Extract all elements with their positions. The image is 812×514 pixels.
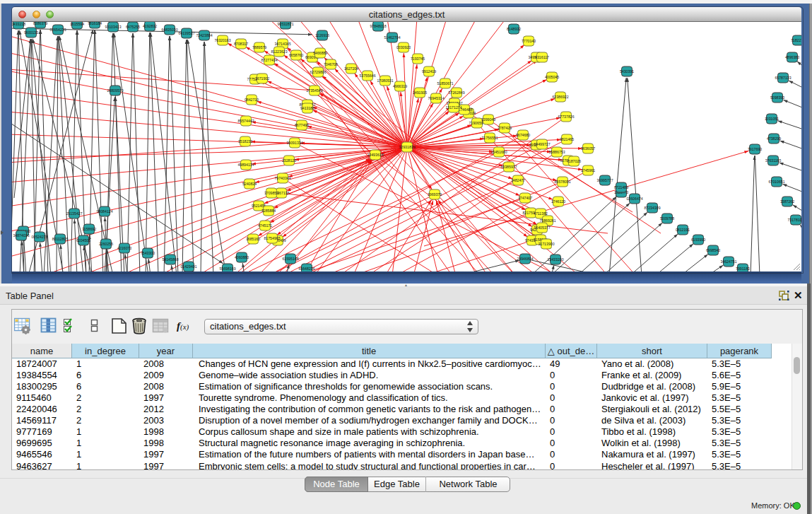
svg-text:4316117: 4316117 bbox=[535, 55, 549, 59]
svg-text:55698169: 55698169 bbox=[219, 267, 235, 271]
svg-text:0433218: 0433218 bbox=[12, 22, 25, 26]
svg-text:02606474: 02606474 bbox=[626, 197, 642, 201]
svg-text:7346706: 7346706 bbox=[324, 62, 338, 66]
svg-text:3685160: 3685160 bbox=[246, 237, 260, 241]
svg-text:51850671: 51850671 bbox=[437, 81, 453, 86]
svg-text:3285884: 3285884 bbox=[261, 209, 276, 213]
svg-text:55886753: 55886753 bbox=[548, 150, 565, 154]
svg-text:9413186: 9413186 bbox=[300, 106, 314, 110]
svg-text:0812191: 0812191 bbox=[676, 228, 690, 232]
svg-text:1031051: 1031051 bbox=[765, 117, 779, 121]
svg-text:86578091: 86578091 bbox=[554, 180, 570, 184]
svg-text:79740344: 79740344 bbox=[274, 176, 290, 180]
svg-text:1671902: 1671902 bbox=[255, 76, 269, 81]
svg-text:13493618: 13493618 bbox=[367, 153, 383, 157]
svg-text:51462704: 51462704 bbox=[384, 35, 400, 40]
svg-text:7182278: 7182278 bbox=[791, 38, 801, 42]
svg-text:36995777: 36995777 bbox=[596, 178, 613, 182]
svg-text:87234309: 87234309 bbox=[644, 206, 660, 210]
svg-text:87277434: 87277434 bbox=[261, 58, 277, 62]
svg-text:1746120: 1746120 bbox=[551, 199, 565, 204]
svg-text:01429401: 01429401 bbox=[180, 264, 196, 269]
svg-text:93103413: 93103413 bbox=[105, 25, 121, 29]
svg-text:15451680: 15451680 bbox=[490, 150, 507, 154]
svg-text:7816184: 7816184 bbox=[88, 22, 102, 25]
svg-text:9600133: 9600133 bbox=[24, 30, 38, 35]
svg-text:96532871: 96532871 bbox=[277, 22, 293, 26]
svg-text:31713900: 31713900 bbox=[538, 242, 554, 246]
svg-text:65787133: 65787133 bbox=[775, 76, 791, 80]
svg-text:5240824: 5240824 bbox=[242, 182, 257, 186]
svg-text:6193990: 6193990 bbox=[691, 238, 705, 242]
svg-text:25135427: 25135427 bbox=[66, 211, 82, 216]
svg-text:61595148: 61595148 bbox=[282, 257, 298, 261]
svg-text:4896383: 4896383 bbox=[785, 55, 799, 59]
svg-text:0842710: 0842710 bbox=[245, 98, 259, 102]
svg-text:5674680: 5674680 bbox=[516, 133, 530, 137]
svg-text:76945314: 76945314 bbox=[428, 96, 444, 100]
svg-text:3482477: 3482477 bbox=[511, 178, 525, 182]
svg-text:1491905: 1491905 bbox=[413, 90, 427, 95]
svg-text:3747407: 3747407 bbox=[518, 196, 532, 200]
svg-text:2328120: 2328120 bbox=[282, 158, 296, 163]
svg-text:4216073: 4216073 bbox=[117, 246, 131, 250]
svg-text:7917693: 7917693 bbox=[748, 147, 762, 151]
svg-text:98084124: 98084124 bbox=[96, 209, 112, 214]
svg-text:81754965: 81754965 bbox=[264, 236, 280, 240]
svg-text:32931839: 32931839 bbox=[399, 145, 415, 149]
svg-text:37631165: 37631165 bbox=[765, 158, 782, 163]
svg-text:97848018: 97848018 bbox=[370, 24, 386, 28]
svg-text:4060883: 4060883 bbox=[235, 255, 249, 259]
svg-text:28809570: 28809570 bbox=[107, 88, 123, 93]
svg-text:13433200: 13433200 bbox=[547, 257, 563, 262]
svg-text:9821465: 9821465 bbox=[560, 137, 574, 141]
svg-text:65648236: 65648236 bbox=[298, 267, 314, 271]
svg-text:17080531: 17080531 bbox=[377, 78, 393, 83]
svg-text:02654235: 02654235 bbox=[49, 28, 66, 32]
svg-text:80112805: 80112805 bbox=[52, 237, 69, 241]
svg-text:6204505: 6204505 bbox=[76, 238, 90, 243]
svg-text:34624751: 34624751 bbox=[720, 259, 736, 264]
svg-text:1627204: 1627204 bbox=[344, 66, 358, 71]
svg-text:5430391: 5430391 bbox=[620, 69, 634, 74]
svg-text:85574443: 85574443 bbox=[237, 119, 254, 123]
svg-text:4966319: 4966319 bbox=[393, 84, 407, 88]
svg-text:49894134: 49894134 bbox=[237, 163, 254, 167]
svg-text:60385977: 60385977 bbox=[500, 165, 517, 169]
svg-text:62386922: 62386922 bbox=[552, 95, 568, 99]
svg-text:6998543: 6998543 bbox=[706, 248, 720, 252]
svg-text:00524278: 00524278 bbox=[31, 235, 47, 239]
svg-text:(x): (x) bbox=[180, 322, 189, 332]
svg-text:0330923: 0330923 bbox=[396, 45, 411, 49]
svg-text:2787429: 2787429 bbox=[498, 126, 512, 130]
svg-text:99091334: 99091334 bbox=[286, 141, 302, 145]
svg-text:4745171: 4745171 bbox=[258, 223, 272, 228]
svg-text:76320163: 76320163 bbox=[214, 38, 230, 42]
svg-text:6658760: 6658760 bbox=[289, 53, 303, 57]
svg-text:13171274: 13171274 bbox=[445, 105, 461, 110]
svg-text:7187026: 7187026 bbox=[567, 159, 581, 163]
svg-text:1745961: 1745961 bbox=[581, 168, 595, 173]
svg-text:34714345: 34714345 bbox=[274, 42, 290, 46]
svg-text:4738299: 4738299 bbox=[767, 136, 781, 141]
svg-text:04499727: 04499727 bbox=[534, 142, 550, 146]
svg-text:2260256: 2260256 bbox=[99, 242, 113, 246]
svg-text:29946804: 29946804 bbox=[517, 257, 533, 261]
svg-text:4192832: 4192832 bbox=[143, 24, 157, 28]
svg-text:57262849: 57262849 bbox=[448, 90, 464, 95]
svg-text:3518233: 3518233 bbox=[238, 139, 252, 144]
svg-text:1226916: 1226916 bbox=[315, 33, 329, 37]
svg-text:8148932: 8148932 bbox=[507, 27, 521, 31]
svg-text:3709859: 3709859 bbox=[264, 191, 278, 195]
svg-text:6475255: 6475255 bbox=[126, 25, 140, 29]
svg-text:9636057: 9636057 bbox=[581, 146, 595, 151]
svg-text:1615594: 1615594 bbox=[70, 22, 84, 26]
svg-text:5098393: 5098393 bbox=[770, 95, 784, 100]
svg-text:34874016: 34874016 bbox=[13, 233, 29, 238]
svg-text:9912419: 9912419 bbox=[422, 69, 436, 74]
svg-text:4711382: 4711382 bbox=[534, 211, 548, 216]
svg-text:64139537: 64139537 bbox=[178, 31, 194, 35]
svg-text:7991183: 7991183 bbox=[736, 267, 750, 271]
svg-text:8721489: 8721489 bbox=[614, 185, 628, 189]
svg-text:64835030: 64835030 bbox=[161, 28, 177, 32]
